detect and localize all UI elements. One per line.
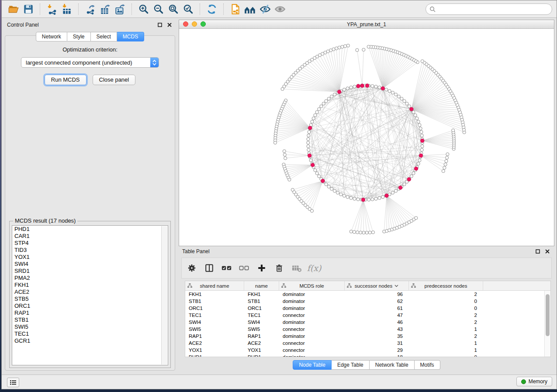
- leaf-node[interactable]: [362, 48, 365, 51]
- ring-node[interactable]: [343, 88, 346, 91]
- ring-node[interactable]: [307, 148, 310, 151]
- leaf-node[interactable]: [367, 45, 370, 48]
- leaf-node[interactable]: [335, 47, 338, 50]
- delete-table-icon[interactable]: [291, 262, 302, 274]
- ring-node[interactable]: [400, 97, 403, 100]
- leaf-node[interactable]: [283, 150, 286, 153]
- leaf-node[interactable]: [349, 230, 353, 233]
- ring-node[interactable]: [339, 193, 343, 196]
- mcds-hub-node[interactable]: [407, 178, 411, 182]
- table-row[interactable]: FKH1FKH1dominator962: [185, 291, 550, 298]
- hide-selected-icon[interactable]: [258, 2, 273, 16]
- network-canvas[interactable]: [179, 28, 554, 246]
- export-network-icon[interactable]: [83, 2, 98, 16]
- close-panel-icon[interactable]: [544, 248, 551, 255]
- ring-node[interactable]: [330, 187, 333, 190]
- ring-node[interactable]: [322, 102, 325, 105]
- ring-node[interactable]: [412, 172, 415, 175]
- ring-node[interactable]: [403, 100, 406, 103]
- mcds-hub-node[interactable]: [361, 198, 365, 202]
- ring-node[interactable]: [307, 141, 310, 144]
- ring-node[interactable]: [333, 93, 336, 96]
- first-neighbors-icon[interactable]: [243, 2, 258, 16]
- leaf-node[interactable]: [442, 169, 445, 172]
- ring-node[interactable]: [353, 85, 356, 88]
- mcds-hub-node[interactable]: [365, 84, 369, 88]
- mcds-result-item[interactable]: STP4: [12, 240, 168, 247]
- ring-node[interactable]: [307, 138, 310, 141]
- ring-node[interactable]: [388, 89, 391, 93]
- leaf-node[interactable]: [445, 159, 448, 162]
- table-scrollbar[interactable]: [544, 291, 550, 357]
- run-mcds-button[interactable]: Run MCDS: [45, 75, 86, 85]
- table-tab-motifs[interactable]: Motifs: [415, 360, 440, 370]
- ring-node[interactable]: [417, 162, 420, 165]
- ring-node[interactable]: [378, 196, 381, 199]
- ring-node[interactable]: [394, 189, 398, 193]
- table-tab-node-table[interactable]: Node Table: [293, 360, 332, 370]
- mcds-result-item[interactable]: SRD1: [12, 268, 168, 275]
- mcds-hub-node[interactable]: [420, 139, 424, 143]
- leaf-node[interactable]: [365, 231, 368, 234]
- tab-network[interactable]: Network: [36, 32, 67, 41]
- table-row[interactable]: SWI5SWI5connector431: [185, 326, 550, 333]
- ring-node[interactable]: [405, 102, 408, 105]
- mcds-hub-node[interactable]: [308, 154, 311, 158]
- table-row[interactable]: STB1STB1dominator620: [185, 298, 550, 305]
- leaf-node[interactable]: [353, 230, 356, 234]
- leaf-node[interactable]: [356, 231, 359, 234]
- ring-node[interactable]: [371, 85, 374, 88]
- mcds-list-scrollbar[interactable]: [161, 226, 167, 364]
- ring-node[interactable]: [414, 113, 417, 117]
- ring-node[interactable]: [330, 95, 333, 98]
- ring-node[interactable]: [420, 148, 423, 151]
- leaf-node[interactable]: [356, 48, 359, 52]
- ring-node[interactable]: [327, 185, 330, 188]
- ring-node[interactable]: [318, 175, 321, 178]
- leaf-node[interactable]: [368, 231, 371, 234]
- mcds-result-item[interactable]: RAP1: [12, 309, 168, 316]
- ring-node[interactable]: [312, 117, 315, 120]
- ring-node[interactable]: [353, 197, 356, 200]
- leaf-node[interactable]: [362, 231, 365, 234]
- mcds-hub-node[interactable]: [409, 107, 413, 111]
- mcds-result-item[interactable]: TEC1: [12, 330, 168, 337]
- column-header-shared_name[interactable]: shared name: [185, 281, 244, 290]
- select-all-icon[interactable]: [221, 262, 232, 274]
- mcds-hub-node[interactable]: [419, 154, 423, 158]
- save-session-icon[interactable]: [21, 2, 36, 16]
- leaf-node[interactable]: [310, 209, 313, 212]
- ring-node[interactable]: [315, 172, 318, 175]
- mcds-result-item[interactable]: SWI4: [12, 261, 168, 268]
- close-panel-icon[interactable]: [166, 21, 173, 28]
- ring-node[interactable]: [314, 168, 317, 172]
- ring-node[interactable]: [403, 183, 406, 186]
- ring-node[interactable]: [394, 93, 398, 96]
- mcds-result-item[interactable]: STB1: [12, 316, 168, 323]
- mcds-result-item[interactable]: STB5: [12, 296, 168, 303]
- ring-node[interactable]: [417, 120, 420, 123]
- ring-node[interactable]: [311, 120, 314, 123]
- table-row[interactable]: RAP1RAP1dominator352: [185, 333, 550, 340]
- ring-node[interactable]: [309, 159, 312, 162]
- ring-node[interactable]: [397, 95, 400, 98]
- mcds-result-item[interactable]: ORC1: [12, 303, 168, 309]
- import-table-icon[interactable]: [59, 2, 74, 16]
- ring-node[interactable]: [391, 191, 394, 194]
- leaf-node[interactable]: [421, 60, 424, 63]
- ring-node[interactable]: [374, 197, 377, 200]
- close-panel-button[interactable]: Close panel: [93, 75, 136, 85]
- column-header-mcds_role[interactable]: MCDS role: [279, 281, 345, 290]
- task-list-icon[interactable]: [7, 378, 19, 387]
- mcds-result-item[interactable]: FKH1: [12, 282, 168, 289]
- leaf-node[interactable]: [359, 231, 362, 234]
- ring-node[interactable]: [318, 107, 321, 110]
- leaf-node[interactable]: [346, 44, 349, 47]
- leaf-node[interactable]: [444, 163, 447, 166]
- ring-node[interactable]: [381, 196, 384, 199]
- ring-node[interactable]: [343, 194, 346, 197]
- close-window-icon[interactable]: [183, 21, 188, 27]
- mcds-hub-node[interactable]: [356, 84, 360, 88]
- ring-node[interactable]: [327, 97, 330, 100]
- ring-node[interactable]: [420, 131, 423, 134]
